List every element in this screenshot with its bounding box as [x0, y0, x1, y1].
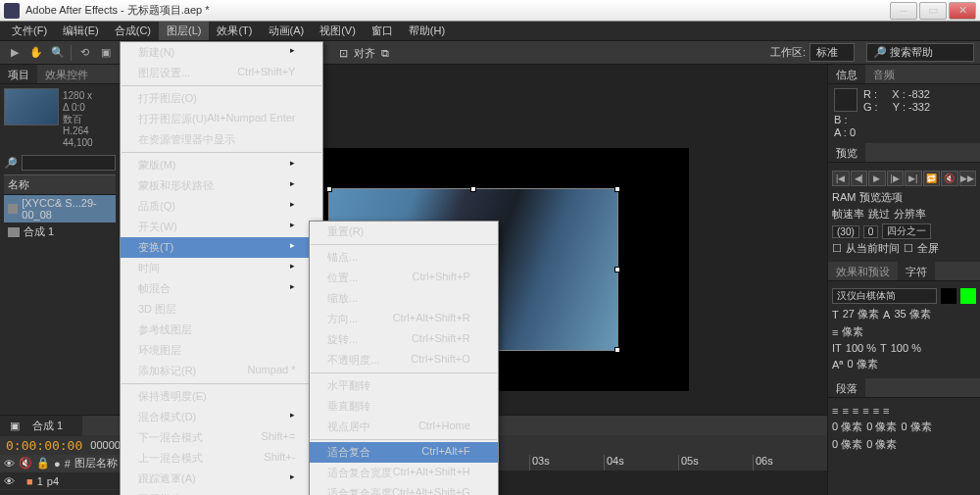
titlebar: Adobe After Effects - 无标题项目.aep * ─ ▭ ✕	[0, 0, 980, 22]
menu-item[interactable]: 添加标记(R)Numpad *	[121, 361, 322, 381]
info-tab[interactable]: 信息	[828, 65, 865, 83]
snap-icon[interactable]: ⊡	[339, 47, 348, 60]
menu-item[interactable]: 蒙版(M)	[121, 155, 322, 175]
menu-7[interactable]: 窗口	[364, 22, 401, 40]
menu-0[interactable]: 文件(F)	[4, 22, 55, 40]
fx-presets-tab[interactable]: 效果和预设	[828, 262, 898, 280]
res-dropdown[interactable]: 四分之一	[882, 223, 931, 239]
right-panels: 信息音频 R : X : -832 G : Y : -332 B : A : 0…	[827, 65, 980, 495]
menu-item[interactable]: 缩放...	[310, 288, 498, 309]
menu-item: 方向...Ctrl+Alt+Shift+R	[310, 309, 498, 329]
project-item[interactable]: [XYCC& S...29-00_08	[4, 195, 116, 223]
handle-tm[interactable]	[470, 186, 476, 192]
menu-item[interactable]: 锚点...	[310, 247, 498, 268]
loop-button[interactable]: 🔁	[923, 171, 941, 186]
audio-tab[interactable]: 音频	[865, 65, 903, 83]
project-tab[interactable]: 项目	[0, 65, 37, 83]
paragraph-tab[interactable]: 段落	[828, 378, 865, 397]
menu-item[interactable]: 视点居中Ctrl+Home	[310, 417, 498, 437]
menu-item[interactable]: 适合复合高度Ctrl+Alt+Shift+G	[310, 483, 498, 495]
menu-item[interactable]: 适合复合宽度Ctrl+Alt+Shift+H	[310, 463, 498, 483]
menu-3[interactable]: 图层(L)	[159, 22, 209, 40]
menu-item[interactable]: 水平翻转	[310, 375, 498, 396]
handle-br[interactable]	[614, 347, 620, 353]
maximize-button[interactable]: ▭	[919, 2, 947, 20]
fps-dropdown[interactable]: (30)	[832, 225, 859, 238]
project-item[interactable]: 合成 1	[4, 223, 116, 241]
align-label: 对齐	[354, 46, 375, 61]
menu-4[interactable]: 效果(T)	[209, 22, 260, 40]
menu-5[interactable]: 动画(A)	[261, 22, 313, 40]
last-frame-button[interactable]: ▶|	[905, 171, 922, 186]
menu-item[interactable]: 打开图层源(U)Alt+Numpad Enter	[121, 109, 322, 129]
menu-item[interactable]: 在资源管理器中显示	[121, 129, 322, 150]
menu-item[interactable]: 跟踪遮罩(A)	[121, 469, 322, 489]
handle-tl[interactable]	[326, 186, 332, 192]
menu-item[interactable]: 蒙板和形状路径	[121, 175, 322, 196]
menu-item[interactable]: 适合复合Ctrl+Alt+F	[310, 442, 498, 463]
menu-item[interactable]: 重置(R)	[310, 222, 498, 242]
menu-item[interactable]: 环境图层	[121, 340, 322, 361]
footage-info: 1280 xΔ 0:0数百H.26444,100	[63, 90, 93, 149]
zoom-tool-icon[interactable]: 🔍	[49, 44, 67, 62]
minimize-button[interactable]: ─	[890, 2, 917, 20]
help-search[interactable]: 🔎 搜索帮助	[866, 43, 974, 62]
menu-item[interactable]: 变换(T)	[121, 237, 322, 258]
transform-submenu: 重置(R)锚点...位置...Ctrl+Shift+P缩放...方向...Ctr…	[309, 221, 499, 495]
prev-frame-button[interactable]: ◀|	[851, 171, 868, 186]
align-icon[interactable]: ⧉	[381, 47, 389, 60]
play-button[interactable]: ▶	[868, 171, 886, 186]
stroke-color[interactable]	[941, 288, 956, 304]
rotate-tool-icon[interactable]: ⟲	[75, 44, 93, 62]
first-frame-button[interactable]: |◀	[832, 171, 850, 186]
menu-1[interactable]: 编辑(E)	[55, 22, 107, 40]
menu-item[interactable]: 参考线图层	[121, 320, 322, 340]
effect-controls-tab[interactable]: 效果控件	[37, 65, 96, 83]
mute-button[interactable]: 🔇	[941, 171, 958, 186]
menu-item[interactable]: 品质(Q)	[121, 196, 322, 217]
menu-item[interactable]: 位置...Ctrl+Shift+P	[310, 268, 498, 288]
preview-tab[interactable]: 预览	[828, 143, 865, 162]
menubar: 文件(F)编辑(E)合成(C)图层(L)效果(T)动画(A)视图(V)窗口帮助(…	[0, 22, 980, 41]
menu-item[interactable]: 下一混合模式Shift+=	[121, 427, 322, 448]
workspace-label: 工作区:	[770, 45, 806, 60]
menu-item: 图层设置...Ctrl+Shift+Y	[121, 63, 322, 83]
handle-mr[interactable]	[614, 267, 620, 272]
menu-item[interactable]: 新建(N)	[121, 42, 322, 63]
menu-item[interactable]: 图层样式	[121, 489, 322, 495]
camera-tool-icon[interactable]: ▣	[97, 44, 115, 62]
hand-tool-icon[interactable]: ✋	[27, 44, 45, 62]
app-icon	[4, 3, 20, 19]
ram-preview-button[interactable]: ▶▶	[959, 171, 977, 186]
footage-thumbnail[interactable]	[4, 88, 59, 125]
menu-2[interactable]: 合成(C)	[107, 22, 159, 40]
menu-8[interactable]: 帮助(H)	[401, 22, 453, 40]
font-dropdown[interactable]: 汉仪白棋体简	[832, 288, 937, 304]
selection-tool-icon[interactable]: ▶	[6, 44, 24, 62]
menu-item[interactable]: 开关(W)	[121, 217, 322, 237]
menu-item[interactable]: 3D 图层	[121, 299, 322, 320]
workspace-dropdown[interactable]: 标准	[809, 43, 855, 62]
current-timecode[interactable]: 0:00:00:00	[6, 438, 82, 453]
character-panel: 汉仪白棋体简 T27 像素A35 像素 ≡像素 IT100 %T100 % Aª…	[828, 281, 980, 378]
next-frame-button[interactable]: |▶	[887, 171, 905, 186]
menu-item[interactable]: 时间	[121, 258, 322, 278]
close-button[interactable]: ✕	[949, 2, 976, 20]
timeline-tab[interactable]: ▣ 合成 1	[0, 416, 82, 436]
menu-item[interactable]: 上一混合模式Shift+-	[121, 448, 322, 469]
menu-item[interactable]: 混合模式(D)	[121, 407, 322, 427]
menu-item[interactable]: 不透明度...Ctrl+Shift+O	[310, 350, 498, 371]
name-column-header[interactable]: 名称	[4, 174, 116, 195]
project-search-input[interactable]	[22, 155, 116, 171]
skip-dropdown[interactable]: 0	[863, 225, 879, 238]
menu-6[interactable]: 视图(V)	[312, 22, 364, 40]
fill-color[interactable]	[960, 288, 976, 304]
character-tab[interactable]: 字符	[898, 262, 935, 280]
menu-item[interactable]: 打开图层(O)	[121, 88, 322, 109]
window-title: Adobe After Effects - 无标题项目.aep *	[25, 3, 888, 18]
menu-item[interactable]: 旋转...Ctrl+Shift+R	[310, 329, 498, 350]
menu-item[interactable]: 保持透明度(E)	[121, 386, 322, 407]
handle-tr[interactable]	[614, 186, 620, 192]
menu-item[interactable]: 垂直翻转	[310, 396, 498, 417]
menu-item[interactable]: 帧混合	[121, 278, 322, 299]
